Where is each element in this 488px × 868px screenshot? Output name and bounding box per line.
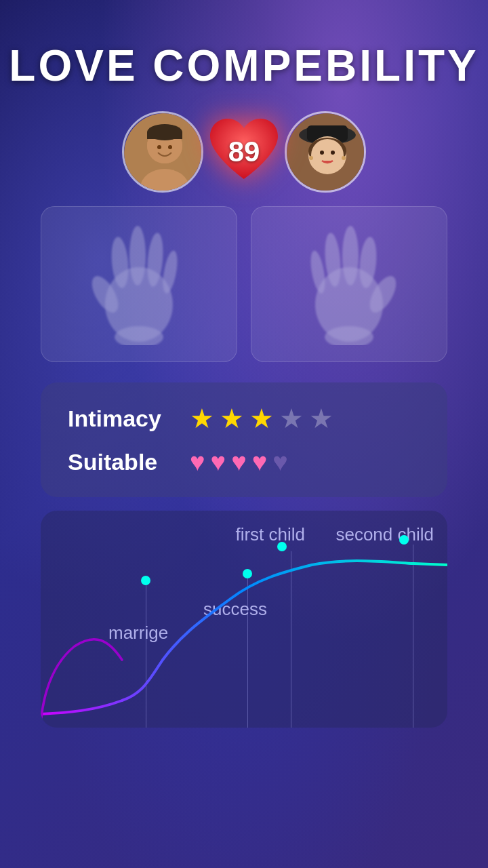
heart-5: ♥ xyxy=(272,448,288,477)
compatibility-score: 89 xyxy=(228,136,260,168)
star-4: ★ xyxy=(279,403,304,434)
avatar-woman xyxy=(285,111,366,193)
svg-point-7 xyxy=(168,145,172,149)
hands-section xyxy=(41,206,447,362)
svg-point-13 xyxy=(311,139,344,172)
heart-3: ♥ xyxy=(231,448,247,477)
svg-point-15 xyxy=(331,151,335,155)
profile-section: 89 xyxy=(0,111,488,193)
avatar-man xyxy=(122,111,203,193)
intimacy-stars: ★ ★ ★ ★ ★ xyxy=(190,403,333,434)
heart-2: ♥ xyxy=(211,448,226,477)
chart-section: marrige success first child second child xyxy=(41,511,447,728)
suitable-hearts: ♥ ♥ ♥ ♥ ♥ xyxy=(190,448,288,477)
svg-point-17 xyxy=(342,156,346,160)
star-5: ★ xyxy=(309,403,333,434)
svg-point-14 xyxy=(320,151,324,155)
page-title: LOVE COMPEBILITY xyxy=(0,0,488,91)
suitable-label: Suitable xyxy=(68,449,190,475)
star-3: ★ xyxy=(249,403,274,434)
heart-1: ♥ xyxy=(190,448,205,477)
hand-right xyxy=(251,206,447,362)
suitable-row: Suitable ♥ ♥ ♥ ♥ ♥ xyxy=(68,448,420,477)
svg-point-16 xyxy=(309,156,313,160)
star-2: ★ xyxy=(220,403,244,434)
svg-point-28 xyxy=(342,226,359,285)
stats-card: Intimacy ★ ★ ★ ★ ★ Suitable ♥ ♥ ♥ ♥ ♥ xyxy=(41,382,447,497)
chart-curve xyxy=(41,538,447,728)
svg-point-21 xyxy=(129,226,146,285)
intimacy-label: Intimacy xyxy=(68,406,190,432)
heart-badge: 89 xyxy=(203,111,285,193)
svg-point-6 xyxy=(157,145,161,149)
hand-left xyxy=(41,206,237,362)
heart-4: ♥ xyxy=(252,448,268,477)
intimacy-row: Intimacy ★ ★ ★ ★ ★ xyxy=(68,403,420,434)
star-1: ★ xyxy=(190,403,214,434)
svg-rect-5 xyxy=(147,132,182,139)
